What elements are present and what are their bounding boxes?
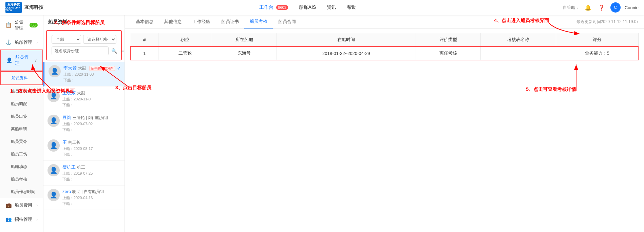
filter-row: 全部 请选择职务 (48, 32, 120, 46)
avatar: 👤 (48, 139, 60, 152)
crew-info: 王晓东 大副 上船：2020-11-0 下船： (62, 90, 120, 108)
col-time: 在船时间 (277, 33, 416, 47)
off-date: 下船： (62, 177, 120, 182)
board-date: 上船：2019-07-25 (62, 171, 120, 176)
sidebar-item-recruit[interactable]: 👥 招待管理 › (0, 212, 43, 227)
crew-icon: 👤 (6, 57, 13, 63)
tab-cert[interactable]: 船员证书 (216, 15, 244, 28)
tab-work-exp[interactable]: 工作经验 (187, 15, 216, 28)
logo-icon: 互海科技 OCEAN LINK TECH (5, 2, 22, 13)
position-filter[interactable]: 请选择职务 (83, 35, 116, 44)
assess-table: # 职位 所在船舶 在船时间 评价类型 考核表名称 评分 1 二管轮 东海号 2 (130, 33, 639, 60)
right-panel: 基本信息 其他信息 工作经验 船员证书 船员考核 船员合同 最近更新时间2020… (125, 15, 644, 232)
nav-ship-ais[interactable]: 船舶AIS (294, 3, 321, 12)
table-body: 1 二管轮 东海号 2018-01-22~2020-04-29 离任考核 业务能… (131, 46, 638, 60)
cert-warning-tag: 证书将失效4件 (89, 66, 115, 71)
sub-item-crew-free-time[interactable]: 船员作息时间 (0, 186, 43, 198)
fee-chevron-icon: › (36, 203, 38, 207)
crew-submenu: 船员资料 船员证书管理 船员调配 船员出签 离船申请 船员贡令 船员工伤 船舶动… (0, 71, 43, 198)
crew-name: 李大管 大副 证书将失效4件 (63, 65, 120, 71)
department-filter[interactable]: 全部 (52, 35, 81, 44)
main-nav: 工作台 8603 船舶AIS 资讯 帮助 (53, 3, 563, 12)
crew-name: 王晓东 大副 (62, 90, 120, 96)
cell-time: 2018-01-22~2020-04-29 (277, 46, 416, 60)
sub-item-crew-salary[interactable]: 船员工伤 (0, 148, 43, 160)
recruit-label: 招待管理 (15, 216, 32, 223)
off-date: 下船： (62, 152, 120, 157)
sidebar-item-ship-manage[interactable]: ⚓ 船舶管理 › (0, 35, 43, 50)
col-form-name: 考核表名称 (480, 33, 556, 47)
crew-name: 璧机工 机工 (62, 164, 120, 170)
sub-item-crew-assess[interactable]: 船员考核 (0, 173, 43, 186)
announcement-badge: 53 (30, 23, 38, 27)
bell-icon[interactable]: 🔔 (583, 3, 593, 12)
crew-info: 王 机工长 上船：2020-08-17 下船： (62, 139, 120, 157)
tab-assess[interactable]: 船员考核 (244, 15, 273, 28)
cell-eval-type: 离任考核 (416, 46, 480, 60)
col-position: 职位 (158, 33, 212, 47)
name-search-input[interactable] (52, 46, 109, 55)
panel-title: 船员资料 (43, 15, 125, 28)
tab-other-info[interactable]: 其他信息 (159, 15, 187, 28)
sub-item-crew-data[interactable]: 船员资料 (0, 71, 43, 85)
fee-icon: 💼 (5, 202, 12, 208)
top-right-area: 自管船： 🔔 ❓ C Connie (563, 2, 639, 13)
assess-table-wrapper: # 职位 所在船舶 在船时间 评价类型 考核表名称 评分 1 二管轮 东海号 2 (125, 29, 644, 232)
col-ship: 所在船舶 (212, 33, 277, 47)
search-icon[interactable]: 🔍 (110, 47, 118, 54)
sub-item-leave-apply[interactable]: 离船申请 (0, 123, 43, 135)
sub-item-cert-manage[interactable]: 船员证书管理 (0, 85, 43, 98)
nav-help[interactable]: 帮助 (342, 3, 361, 12)
self-manage-label[interactable]: 自管船： (563, 5, 579, 11)
main-layout: 📋 公告管理 53 ⚓ 船舶管理 › 👤 船员管理 ∨ 船员资料 船员证书管理 … (0, 15, 644, 232)
avatar[interactable]: C (610, 2, 621, 13)
user-name[interactable]: Connie (625, 5, 639, 10)
crew-name: zero 轮助 | 自有船员组 (62, 189, 120, 195)
table-row[interactable]: 1 二管轮 东海号 2018-01-22~2020-04-29 离任考核 业务能… (131, 46, 638, 60)
sidebar-item-crew-manage[interactable]: 👤 船员管理 ∨ (0, 50, 43, 71)
sub-item-crew-dynamic[interactable]: 船舶动态 (0, 160, 43, 173)
brand-name: 互海科技 (24, 4, 43, 11)
sub-item-crew-transfer[interactable]: 船员调配 (0, 98, 43, 110)
top-navigation: 互海科技 OCEAN LINK TECH 互海科技 工作台 8603 船舶AIS… (0, 0, 644, 15)
avatar: 👤 (49, 65, 61, 77)
cell-score: 业务能力：5 (556, 46, 638, 60)
tab-contract[interactable]: 船员合同 (273, 15, 301, 28)
filter-input-row: 🔍 ≡ (48, 46, 120, 58)
ship-icon: ⚓ (5, 39, 12, 45)
question-icon[interactable]: ❓ (597, 3, 606, 12)
crew-name: 王 机工长 (62, 139, 120, 146)
avatar: 👤 (48, 189, 60, 201)
recruit-chevron-icon: › (36, 217, 38, 221)
crew-item[interactable]: 👤 李大管 大副 证书将失效4件 上船：2020-11-03 下船： ✓ (43, 62, 125, 86)
tab-basic-info[interactable]: 基本信息 (130, 15, 159, 28)
crew-item[interactable]: 👤 豆灿 三管轮 | 厨门船员组 上船：2020-07-02 下船： (43, 111, 125, 136)
crew-info: 李大管 大副 证书将失效4件 上船：2020-11-03 下船： (63, 65, 120, 83)
off-date: 下船： (62, 102, 120, 108)
ship-fee-label: 船员费用 (15, 202, 32, 208)
sub-item-crew-order[interactable]: 船员贡令 (0, 135, 43, 148)
logo-area: 互海科技 OCEAN LINK TECH 互海科技 (5, 2, 49, 13)
menu-icon[interactable]: ≡ (120, 47, 125, 54)
crew-item[interactable]: 👤 王晓东 大副 上船：2020-11-0 下船： (43, 86, 125, 111)
board-date: 上船：2020-04-16 (62, 195, 120, 200)
left-sidebar: 📋 公告管理 53 ⚓ 船舶管理 › 👤 船员管理 ∨ 船员资料 船员证书管理 … (0, 15, 43, 232)
board-date: 上船：2020-11-03 (63, 72, 120, 77)
crew-info: 璧机工 机工 上船：2019-07-25 下船： (62, 164, 120, 182)
board-date: 上船：2020-11-0 (62, 97, 120, 102)
table-header: # 职位 所在船舶 在船时间 评价类型 考核表名称 评分 (131, 33, 638, 47)
col-score: 评分 (556, 33, 638, 47)
crew-item[interactable]: 👤 zero 轮助 | 自有船员组 上船：2020-04-16 下船： (43, 186, 125, 210)
off-date: 下船： (62, 201, 120, 206)
nav-news[interactable]: 资讯 (322, 3, 341, 12)
recruit-icon: 👥 (5, 216, 12, 223)
crew-item[interactable]: 👤 王 机工长 上船：2020-08-17 下船： (43, 136, 125, 161)
sidebar-item-ship-fee[interactable]: 💼 船员费用 › (0, 198, 43, 212)
crew-list: 👤 李大管 大副 证书将失效4件 上船：2020-11-03 下船： ✓ 👤 (43, 62, 125, 232)
sidebar-item-announcement[interactable]: 📋 公告管理 53 (0, 15, 43, 35)
nav-workbench[interactable]: 工作台 8603 (254, 3, 292, 12)
crew-item[interactable]: 👤 璧机工 机工 上船：2019-07-25 下船： (43, 161, 125, 186)
avatar: 👤 (48, 164, 60, 176)
sub-item-crew-exit[interactable]: 船员出签 (0, 110, 43, 123)
off-date: 下船： (62, 127, 120, 132)
